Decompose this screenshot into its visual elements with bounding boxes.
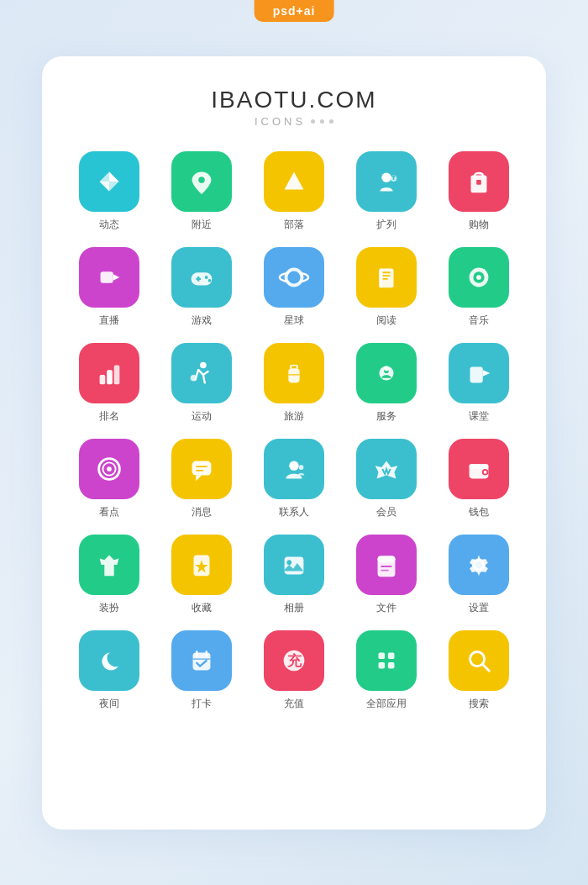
icon-item-wallet[interactable]: 钱包 (437, 439, 521, 519)
icon-item-file[interactable]: 文件 (344, 535, 428, 615)
icon-label-message: 消息 (192, 505, 212, 519)
icon-label-read: 阅读 (376, 313, 396, 328)
svg-point-30 (200, 361, 207, 368)
icon-box-service (356, 343, 417, 403)
svg-rect-11 (192, 272, 213, 285)
icon-label-music: 音乐 (469, 313, 489, 328)
site-title: IBAOTU.COM (211, 87, 376, 113)
icon-label-wallet: 钱包 (469, 505, 489, 519)
icon-label-sport: 运动 (192, 409, 212, 424)
svg-rect-55 (285, 556, 304, 574)
icon-item-dynamic[interactable]: 动态 (67, 151, 151, 232)
svg-point-46 (289, 461, 298, 470)
icon-box-wallet (449, 439, 509, 499)
svg-point-14 (205, 276, 208, 279)
svg-point-41 (107, 466, 112, 471)
icon-item-apps[interactable]: 全部应用 (344, 630, 428, 711)
svg-rect-32 (288, 368, 299, 382)
icon-item-settings[interactable]: 设置 (437, 535, 521, 615)
icon-label-search: 搜索 (469, 697, 489, 711)
icon-item-collect[interactable]: 收藏 (160, 535, 244, 615)
svg-point-56 (286, 560, 291, 565)
svg-marker-10 (113, 274, 120, 281)
icon-label-service: 服务 (376, 409, 396, 424)
svg-marker-38 (483, 370, 491, 377)
icon-box-night (79, 630, 139, 691)
icon-item-sport[interactable]: 运动 (160, 343, 244, 424)
icon-box-contact (264, 439, 324, 499)
icon-box-read (356, 247, 417, 308)
icon-item-message[interactable]: 消息 (160, 439, 244, 519)
svg-point-3 (381, 172, 391, 182)
icon-box-game (171, 247, 232, 308)
icon-item-planet[interactable]: 星球 (252, 247, 336, 328)
icon-box-message (171, 439, 232, 499)
svg-point-52 (484, 470, 487, 473)
svg-rect-20 (382, 271, 391, 273)
icon-item-location[interactable]: 附近 (160, 151, 244, 232)
icon-item-rank[interactable]: 排名 (67, 343, 151, 424)
icon-box-live (79, 247, 139, 308)
svg-text:充: 充 (286, 651, 302, 668)
icon-box-rank (79, 343, 139, 403)
icon-box-hotspot (79, 439, 139, 499)
icon-item-live[interactable]: 直播 (67, 247, 151, 328)
icon-item-album[interactable]: 相册 (252, 535, 336, 615)
icon-item-class[interactable]: 课堂 (437, 343, 521, 424)
icon-label-live: 直播 (99, 313, 119, 328)
icon-box-album (264, 535, 324, 595)
icon-item-tribe[interactable]: 部落 (252, 151, 336, 232)
icon-label-contact: 联系人 (279, 505, 309, 519)
site-subtitle: ICONS (255, 115, 333, 128)
svg-rect-50 (470, 464, 489, 469)
icon-item-shop[interactable]: 购物 (437, 151, 521, 232)
icon-item-contact[interactable]: 联系人 (252, 439, 336, 519)
svg-rect-23 (379, 268, 382, 287)
svg-rect-61 (193, 652, 211, 670)
icon-label-recharge: 充值 (284, 697, 304, 711)
svg-rect-8 (476, 180, 481, 185)
icon-item-travel[interactable]: 旅游 (252, 343, 336, 424)
icon-item-recharge[interactable]: 充充值 (252, 630, 336, 711)
icon-item-dress[interactable]: 装扮 (67, 535, 151, 615)
icon-item-hotspot[interactable]: 看点 (67, 439, 151, 519)
icon-label-planet: 星球 (284, 313, 304, 328)
icon-item-expand[interactable]: 扩列 (344, 151, 428, 232)
icon-box-sport (171, 343, 232, 403)
icon-label-album: 相册 (284, 601, 304, 615)
icon-item-service[interactable]: 服务 (344, 343, 428, 424)
icon-item-vip[interactable]: 会员 (344, 439, 428, 519)
svg-point-26 (476, 275, 481, 280)
icon-label-location: 附近 (192, 218, 212, 232)
icon-label-class: 课堂 (469, 409, 489, 424)
icon-label-rank: 排名 (99, 409, 119, 424)
svg-point-47 (299, 465, 304, 470)
svg-rect-37 (470, 366, 483, 382)
icon-label-settings: 设置 (469, 601, 489, 615)
svg-marker-2 (285, 171, 304, 189)
icon-box-collect (171, 535, 232, 595)
icon-box-vip (356, 439, 417, 499)
icon-box-class (449, 343, 509, 403)
svg-rect-69 (379, 661, 386, 668)
icon-label-game: 游戏 (192, 313, 212, 328)
main-card: IBAOTU.COM ICONS 动态附近部落扩列购物直播游戏星球阅读音乐排名运… (42, 56, 546, 830)
icon-box-recharge: 充 (264, 630, 324, 691)
icon-box-settings (449, 535, 509, 595)
svg-rect-9 (101, 271, 113, 282)
icon-item-read[interactable]: 阅读 (344, 247, 428, 328)
icon-item-music[interactable]: 音乐 (437, 247, 521, 328)
icon-label-expand: 扩列 (376, 218, 396, 232)
icon-box-travel (264, 343, 324, 403)
svg-rect-21 (382, 275, 391, 277)
icon-item-night[interactable]: 夜间 (67, 630, 151, 711)
svg-rect-60 (381, 569, 389, 571)
icon-item-checkin[interactable]: 打卡 (160, 630, 244, 711)
icon-box-planet (264, 247, 324, 308)
icon-label-tribe: 部落 (284, 218, 304, 232)
svg-rect-59 (381, 565, 391, 566)
icon-item-search[interactable]: 搜索 (437, 630, 521, 711)
svg-rect-58 (378, 556, 396, 562)
icon-label-dress: 装扮 (99, 601, 119, 615)
icon-item-game[interactable]: 游戏 (160, 247, 244, 328)
